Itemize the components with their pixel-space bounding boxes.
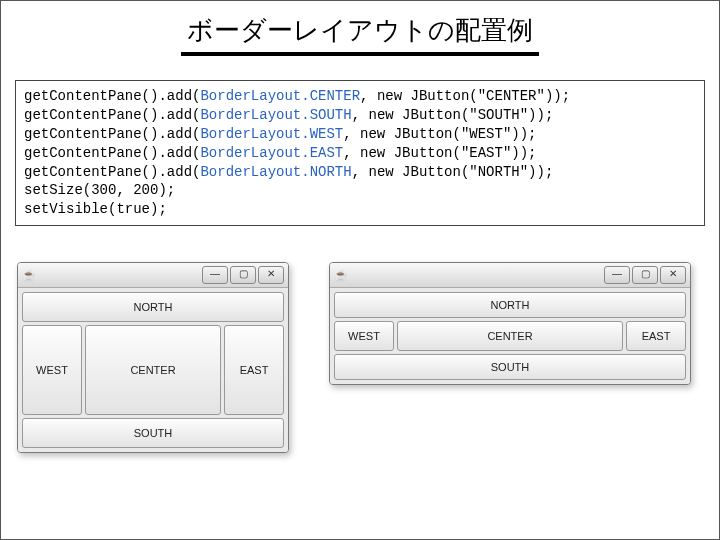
south-button[interactable]: SOUTH [334, 354, 686, 380]
example-window-300x200: ☕ — ▢ ✕ NORTH WEST CENTER EAST SOUTH [17, 262, 289, 453]
code-line-1: getContentPane().add(BorderLayout.CENTER… [24, 88, 570, 104]
title-wrap: ボーダーレイアウトの配置例 [1, 1, 719, 56]
maximize-button[interactable]: ▢ [632, 266, 658, 284]
code-line-6: setSize(300, 200); [24, 182, 175, 198]
example-window-wide: ☕ — ▢ ✕ NORTH WEST CENTER EAST SOUTH [329, 262, 691, 385]
minimize-button[interactable]: — [604, 266, 630, 284]
close-button[interactable]: ✕ [660, 266, 686, 284]
center-button[interactable]: CENTER [397, 321, 623, 351]
west-button[interactable]: WEST [22, 325, 82, 415]
code-line-2: getContentPane().add(BorderLayout.SOUTH,… [24, 107, 553, 123]
border-layout: NORTH WEST CENTER EAST SOUTH [334, 292, 686, 380]
minimize-button[interactable]: — [202, 266, 228, 284]
west-button[interactable]: WEST [334, 321, 394, 351]
content-pane: NORTH WEST CENTER EAST SOUTH [18, 288, 288, 452]
java-icon: ☕ [22, 268, 36, 282]
close-button[interactable]: ✕ [258, 266, 284, 284]
east-button[interactable]: EAST [626, 321, 686, 351]
border-layout: NORTH WEST CENTER EAST SOUTH [22, 292, 284, 448]
titlebar: ☕ — ▢ ✕ [18, 263, 288, 288]
content-pane: NORTH WEST CENTER EAST SOUTH [330, 288, 690, 384]
center-button[interactable]: CENTER [85, 325, 221, 415]
java-icon: ☕ [334, 268, 348, 282]
code-line-5: getContentPane().add(BorderLayout.NORTH,… [24, 164, 553, 180]
code-line-4: getContentPane().add(BorderLayout.EAST, … [24, 145, 537, 161]
maximize-button[interactable]: ▢ [230, 266, 256, 284]
north-button[interactable]: NORTH [334, 292, 686, 318]
titlebar: ☕ — ▢ ✕ [330, 263, 690, 288]
code-sample: getContentPane().add(BorderLayout.CENTER… [15, 80, 705, 226]
east-button[interactable]: EAST [224, 325, 284, 415]
slide: ボーダーレイアウトの配置例 getContentPane().add(Borde… [0, 0, 720, 540]
code-line-7: setVisible(true); [24, 201, 167, 217]
north-button[interactable]: NORTH [22, 292, 284, 322]
examples-row: ☕ — ▢ ✕ NORTH WEST CENTER EAST SOUTH [17, 262, 703, 453]
south-button[interactable]: SOUTH [22, 418, 284, 448]
slide-title: ボーダーレイアウトの配置例 [181, 13, 539, 56]
code-line-3: getContentPane().add(BorderLayout.WEST, … [24, 126, 537, 142]
